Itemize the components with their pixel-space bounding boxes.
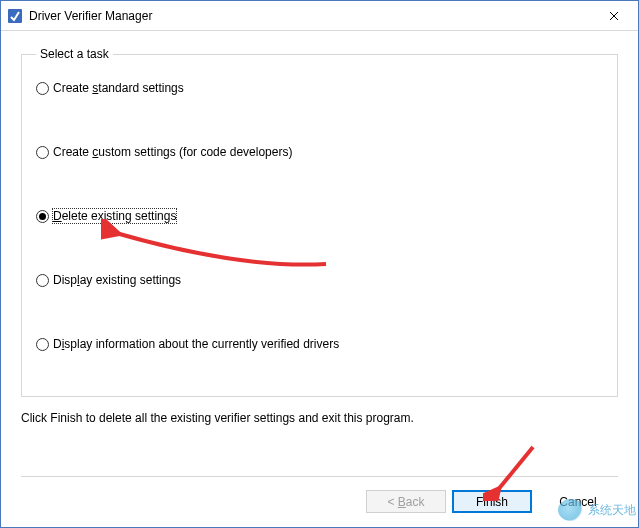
close-icon [609, 11, 619, 21]
window-title: Driver Verifier Manager [29, 9, 594, 23]
radio-display-info[interactable]: Display information about the currently … [36, 337, 603, 351]
finish-button[interactable]: Finish [452, 490, 532, 513]
cancel-button[interactable]: Cancel [538, 490, 618, 513]
task-group: Select a task Create standard settings C… [21, 47, 618, 397]
radio-label: Create standard settings [53, 81, 184, 95]
back-button: < Back [366, 490, 446, 513]
radio-delete-existing[interactable]: Delete existing settings [36, 209, 603, 223]
group-legend: Select a task [36, 47, 113, 61]
wizard-buttons: < Back Finish Cancel [366, 490, 618, 513]
radio-create-custom[interactable]: Create custom settings (for code develop… [36, 145, 603, 159]
radio-label: Display existing settings [53, 273, 181, 287]
radio-input-display-existing[interactable] [36, 274, 49, 287]
titlebar: Driver Verifier Manager [1, 1, 638, 31]
separator [21, 476, 618, 477]
radio-input-create-custom[interactable] [36, 146, 49, 159]
window: Driver Verifier Manager Select a task Cr… [0, 0, 639, 528]
close-button[interactable] [594, 2, 634, 30]
radio-create-standard[interactable]: Create standard settings [36, 81, 603, 95]
radio-input-create-standard[interactable] [36, 82, 49, 95]
radio-display-existing[interactable]: Display existing settings [36, 273, 603, 287]
radio-label: Delete existing settings [53, 209, 176, 223]
hint-text: Click Finish to delete all the existing … [21, 411, 618, 425]
client-area: Select a task Create standard settings C… [1, 31, 638, 527]
radio-label: Create custom settings (for code develop… [53, 145, 292, 159]
radio-input-display-info[interactable] [36, 338, 49, 351]
radio-input-delete-existing[interactable] [36, 210, 49, 223]
verifier-icon [7, 8, 23, 24]
svg-rect-0 [8, 9, 22, 23]
radio-label: Display information about the currently … [53, 337, 339, 351]
